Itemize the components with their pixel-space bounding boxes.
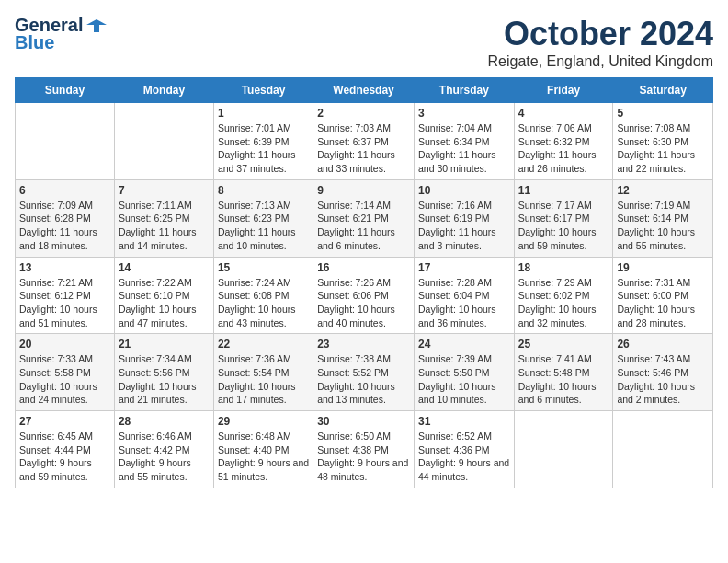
day-number: 2 <box>317 107 410 120</box>
calendar-body: 1Sunrise: 7:01 AMSunset: 6:39 PMDaylight… <box>16 103 713 488</box>
cell-info: Sunrise: 7:21 AMSunset: 6:12 PMDaylight:… <box>19 277 97 328</box>
cell-info: Sunrise: 7:31 AMSunset: 6:00 PMDaylight:… <box>617 277 695 328</box>
calendar-week-5: 27Sunrise: 6:45 AMSunset: 4:44 PMDayligh… <box>16 411 713 488</box>
day-number: 23 <box>317 338 410 350</box>
calendar-cell: 16Sunrise: 7:26 AMSunset: 6:06 PMDayligh… <box>313 257 415 334</box>
calendar-cell: 5Sunrise: 7:08 AMSunset: 6:30 PMDaylight… <box>613 103 713 180</box>
page-header: General Blue October 2024 Reigate, Engla… <box>15 15 713 70</box>
day-number: 29 <box>218 415 309 428</box>
cell-info: Sunrise: 6:48 AMSunset: 4:40 PMDaylight:… <box>218 431 309 482</box>
logo-bird-icon <box>86 16 107 36</box>
calendar-cell: 7Sunrise: 7:11 AMSunset: 6:25 PMDaylight… <box>114 179 213 257</box>
cell-info: Sunrise: 7:34 AMSunset: 5:56 PMDaylight:… <box>119 353 197 405</box>
location: Reigate, England, United Kingdom <box>488 53 714 70</box>
calendar-cell: 22Sunrise: 7:36 AMSunset: 5:54 PMDayligh… <box>213 334 313 411</box>
col-saturday: Saturday <box>613 78 713 103</box>
title-block: October 2024 Reigate, England, United Ki… <box>488 15 714 70</box>
calendar-cell: 17Sunrise: 7:28 AMSunset: 6:04 PMDayligh… <box>414 257 514 334</box>
day-number: 17 <box>418 261 510 274</box>
calendar-cell <box>514 411 613 488</box>
cell-info: Sunrise: 7:33 AMSunset: 5:58 PMDaylight:… <box>19 353 97 405</box>
calendar-cell: 8Sunrise: 7:13 AMSunset: 6:23 PMDaylight… <box>213 179 313 257</box>
day-number: 18 <box>518 261 609 274</box>
col-monday: Monday <box>114 78 213 103</box>
svg-marker-0 <box>86 19 107 32</box>
col-thursday: Thursday <box>414 78 514 103</box>
day-number: 22 <box>218 338 309 350</box>
day-number: 31 <box>418 415 510 428</box>
cell-info: Sunrise: 7:03 AMSunset: 6:37 PMDaylight:… <box>317 122 395 174</box>
cell-info: Sunrise: 7:36 AMSunset: 5:54 PMDaylight:… <box>218 353 296 405</box>
cell-info: Sunrise: 7:14 AMSunset: 6:21 PMDaylight:… <box>317 200 395 251</box>
calendar-cell: 13Sunrise: 7:21 AMSunset: 6:12 PMDayligh… <box>16 257 115 334</box>
cell-info: Sunrise: 7:41 AMSunset: 5:48 PMDaylight:… <box>518 353 597 405</box>
col-tuesday: Tuesday <box>213 78 313 103</box>
cell-info: Sunrise: 7:01 AMSunset: 6:39 PMDaylight:… <box>218 122 296 174</box>
calendar-cell: 23Sunrise: 7:38 AMSunset: 5:52 PMDayligh… <box>313 334 415 411</box>
cell-info: Sunrise: 7:22 AMSunset: 6:10 PMDaylight:… <box>119 277 197 328</box>
day-number: 9 <box>317 184 410 197</box>
calendar-cell <box>114 103 213 180</box>
month-title: October 2024 <box>488 15 714 53</box>
cell-info: Sunrise: 7:11 AMSunset: 6:25 PMDaylight:… <box>119 200 197 251</box>
day-number: 19 <box>617 261 709 274</box>
day-number: 12 <box>617 184 709 197</box>
calendar-cell: 19Sunrise: 7:31 AMSunset: 6:00 PMDayligh… <box>613 257 713 334</box>
col-sunday: Sunday <box>16 78 115 103</box>
day-number: 8 <box>218 184 309 197</box>
header-row: Sunday Monday Tuesday Wednesday Thursday… <box>16 78 713 103</box>
calendar-cell: 3Sunrise: 7:04 AMSunset: 6:34 PMDaylight… <box>414 103 514 180</box>
cell-info: Sunrise: 7:19 AMSunset: 6:14 PMDaylight:… <box>617 200 695 251</box>
calendar-cell: 14Sunrise: 7:22 AMSunset: 6:10 PMDayligh… <box>114 257 213 334</box>
calendar-cell: 9Sunrise: 7:14 AMSunset: 6:21 PMDaylight… <box>313 179 415 257</box>
calendar-cell: 29Sunrise: 6:48 AMSunset: 4:40 PMDayligh… <box>213 411 313 488</box>
cell-info: Sunrise: 6:45 AMSunset: 4:44 PMDaylight:… <box>19 431 93 482</box>
cell-info: Sunrise: 7:13 AMSunset: 6:23 PMDaylight:… <box>218 200 296 251</box>
calendar-cell <box>613 411 713 488</box>
calendar-week-3: 13Sunrise: 7:21 AMSunset: 6:12 PMDayligh… <box>16 257 713 334</box>
cell-info: Sunrise: 7:06 AMSunset: 6:32 PMDaylight:… <box>518 122 597 174</box>
day-number: 10 <box>418 184 510 197</box>
cell-info: Sunrise: 7:28 AMSunset: 6:04 PMDaylight:… <box>418 277 496 328</box>
calendar-cell: 10Sunrise: 7:16 AMSunset: 6:19 PMDayligh… <box>414 179 514 257</box>
cell-info: Sunrise: 7:09 AMSunset: 6:28 PMDaylight:… <box>19 200 97 251</box>
calendar-cell: 12Sunrise: 7:19 AMSunset: 6:14 PMDayligh… <box>613 179 713 257</box>
calendar-cell: 4Sunrise: 7:06 AMSunset: 6:32 PMDaylight… <box>514 103 613 180</box>
cell-info: Sunrise: 7:29 AMSunset: 6:02 PMDaylight:… <box>518 277 597 328</box>
calendar-cell: 26Sunrise: 7:43 AMSunset: 5:46 PMDayligh… <box>613 334 713 411</box>
logo: General Blue <box>15 15 107 53</box>
day-number: 13 <box>19 261 110 274</box>
calendar-week-4: 20Sunrise: 7:33 AMSunset: 5:58 PMDayligh… <box>16 334 713 411</box>
calendar-cell: 25Sunrise: 7:41 AMSunset: 5:48 PMDayligh… <box>514 334 613 411</box>
calendar-cell: 24Sunrise: 7:39 AMSunset: 5:50 PMDayligh… <box>414 334 514 411</box>
calendar-cell <box>16 103 115 180</box>
day-number: 15 <box>218 261 309 274</box>
day-number: 25 <box>518 338 609 350</box>
calendar-cell: 28Sunrise: 6:46 AMSunset: 4:42 PMDayligh… <box>114 411 213 488</box>
cell-info: Sunrise: 7:08 AMSunset: 6:30 PMDaylight:… <box>617 122 695 174</box>
cell-info: Sunrise: 6:52 AMSunset: 4:36 PMDaylight:… <box>418 431 509 482</box>
day-number: 30 <box>317 415 410 428</box>
day-number: 11 <box>518 184 609 197</box>
day-number: 28 <box>119 415 210 428</box>
day-number: 26 <box>617 338 709 350</box>
calendar-header: Sunday Monday Tuesday Wednesday Thursday… <box>16 78 713 103</box>
cell-info: Sunrise: 7:39 AMSunset: 5:50 PMDaylight:… <box>418 353 496 405</box>
cell-info: Sunrise: 7:43 AMSunset: 5:46 PMDaylight:… <box>617 353 695 405</box>
cell-info: Sunrise: 7:17 AMSunset: 6:17 PMDaylight:… <box>518 200 597 251</box>
calendar-cell: 1Sunrise: 7:01 AMSunset: 6:39 PMDaylight… <box>213 103 313 180</box>
calendar-week-1: 1Sunrise: 7:01 AMSunset: 6:39 PMDaylight… <box>16 103 713 180</box>
col-wednesday: Wednesday <box>313 78 415 103</box>
calendar-cell: 30Sunrise: 6:50 AMSunset: 4:38 PMDayligh… <box>313 411 415 488</box>
calendar-week-2: 6Sunrise: 7:09 AMSunset: 6:28 PMDaylight… <box>16 179 713 257</box>
calendar-cell: 18Sunrise: 7:29 AMSunset: 6:02 PMDayligh… <box>514 257 613 334</box>
cell-info: Sunrise: 7:26 AMSunset: 6:06 PMDaylight:… <box>317 277 395 328</box>
cell-info: Sunrise: 6:46 AMSunset: 4:42 PMDaylight:… <box>119 431 192 482</box>
day-number: 27 <box>19 415 110 428</box>
day-number: 1 <box>218 107 309 120</box>
calendar-cell: 21Sunrise: 7:34 AMSunset: 5:56 PMDayligh… <box>114 334 213 411</box>
calendar-cell: 31Sunrise: 6:52 AMSunset: 4:36 PMDayligh… <box>414 411 514 488</box>
day-number: 6 <box>19 184 110 197</box>
calendar-table: Sunday Monday Tuesday Wednesday Thursday… <box>15 77 713 488</box>
cell-info: Sunrise: 7:38 AMSunset: 5:52 PMDaylight:… <box>317 353 395 405</box>
